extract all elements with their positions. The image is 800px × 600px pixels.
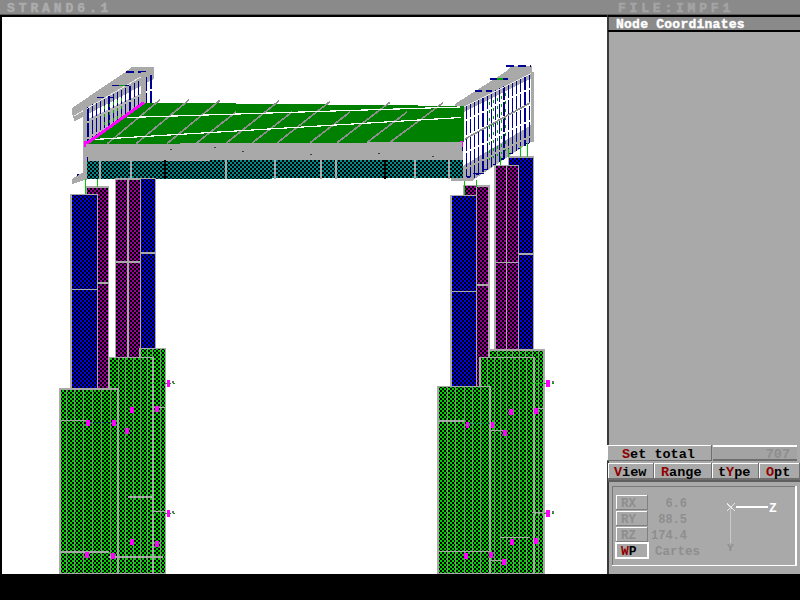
svg-text:RY: RY — [621, 513, 637, 527]
svg-text:RZ: RZ — [621, 529, 636, 543]
svg-text:Cartes: Cartes — [655, 545, 700, 559]
svg-text:WP: WP — [621, 544, 637, 559]
svg-text:6.6: 6.6 — [665, 497, 687, 511]
svg-text:tYpe: tYpe — [718, 465, 750, 480]
svg-text:View: View — [614, 465, 647, 480]
svg-text:Y: Y — [727, 542, 734, 554]
svg-text:FILE:IMPF1: FILE:IMPF1 — [618, 1, 734, 16]
svg-text:174.4: 174.4 — [651, 529, 687, 543]
svg-text:Node Coordinates: Node Coordinates — [616, 17, 745, 32]
svg-text:707: 707 — [766, 447, 790, 462]
svg-text:Z: Z — [769, 501, 777, 516]
svg-text:STRAND6.1: STRAND6.1 — [7, 1, 112, 16]
svg-text:88.5: 88.5 — [658, 513, 687, 527]
svg-text:RX: RX — [621, 497, 637, 511]
svg-text:Set total: Set total — [622, 447, 695, 462]
svg-text:Opt: Opt — [766, 465, 790, 480]
svg-text:Range: Range — [661, 465, 702, 480]
